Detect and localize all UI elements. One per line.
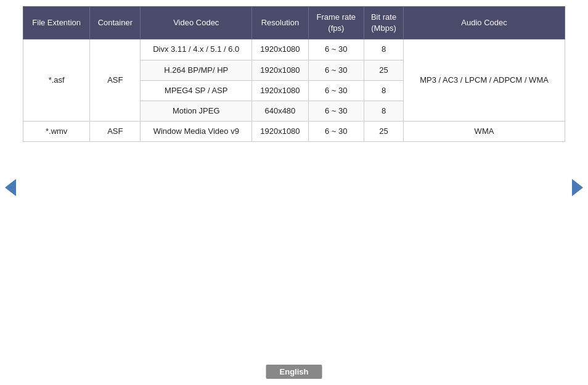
col-header-container: Container xyxy=(90,7,141,39)
container-wmv: ASF xyxy=(90,122,141,142)
video-codec-mpeg4: MPEG4 SP / ASP xyxy=(141,80,252,101)
frame-rate-4: 6 ~ 30 xyxy=(308,101,364,121)
nav-arrow-left[interactable] xyxy=(5,179,16,196)
audio-codec-wmv: WMA xyxy=(404,122,565,142)
col-header-audio-codec: Audio Codec xyxy=(404,7,565,39)
video-codec-divx: Divx 3.11 / 4.x / 5.1 / 6.0 xyxy=(141,39,252,60)
video-codec-h264: H.264 BP/MP/ HP xyxy=(141,60,252,80)
bit-rate-1: 8 xyxy=(364,39,404,60)
col-header-bit-rate: Bit rate(Mbps) xyxy=(364,7,404,39)
bit-rate-wmv: 25 xyxy=(364,122,404,142)
table-row: *.wmv ASF Window Media Video v9 1920x108… xyxy=(23,122,565,142)
table-row: *.asf ASF Divx 3.11 / 4.x / 5.1 / 6.0 19… xyxy=(23,39,565,60)
frame-rate-3: 6 ~ 30 xyxy=(308,80,364,101)
col-header-file-ext: File Extention xyxy=(23,7,90,39)
nav-arrow-right[interactable] xyxy=(572,179,583,196)
container-asf: ASF xyxy=(90,39,141,122)
resolution-4: 640x480 xyxy=(252,101,308,121)
frame-rate-1: 6 ~ 30 xyxy=(308,39,364,60)
resolution-3: 1920x1080 xyxy=(252,80,308,101)
frame-rate-2: 6 ~ 30 xyxy=(308,60,364,80)
col-header-frame-rate: Frame rate(fps) xyxy=(308,7,364,39)
resolution-wmv: 1920x1080 xyxy=(252,122,308,142)
col-header-resolution: Resolution xyxy=(252,7,308,39)
resolution-2: 1920x1080 xyxy=(252,60,308,80)
bit-rate-3: 8 xyxy=(364,80,404,101)
col-header-video-codec: Video Codec xyxy=(141,7,252,39)
bit-rate-2: 25 xyxy=(364,60,404,80)
language-badge: English xyxy=(266,365,322,379)
table-area: File Extention Container Video Codec Res… xyxy=(23,6,565,142)
file-ext-asf: *.asf xyxy=(23,39,90,122)
resolution-1: 1920x1080 xyxy=(252,39,308,60)
frame-rate-wmv: 6 ~ 30 xyxy=(308,122,364,142)
bit-rate-4: 8 xyxy=(364,101,404,121)
codec-table: File Extention Container Video Codec Res… xyxy=(23,6,565,142)
video-codec-motion-jpeg: Motion JPEG xyxy=(141,101,252,121)
page-wrapper: File Extention Container Video Codec Res… xyxy=(0,0,588,385)
file-ext-wmv: *.wmv xyxy=(23,122,90,142)
video-codec-wmv: Window Media Video v9 xyxy=(141,122,252,142)
audio-codec-asf: MP3 / AC3 / LPCM / ADPCM / WMA xyxy=(404,39,565,122)
